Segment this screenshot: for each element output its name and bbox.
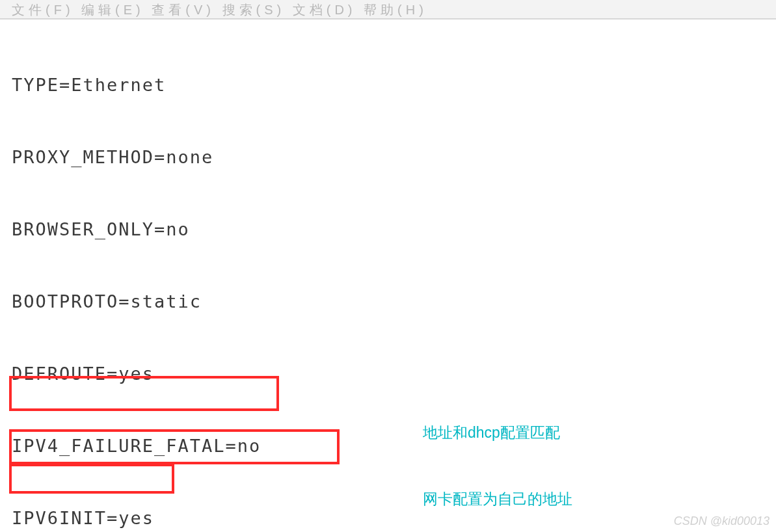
config-line: PROXY_METHOD=none [12, 145, 776, 169]
config-line: BOOTPROTO=static [12, 289, 776, 313]
config-line: DEFROUTE=yes [12, 362, 776, 386]
annotation-callout: 地址和dhcp配置匹配 网卡配置为自己的地址 将dns注释掉 [423, 377, 572, 532]
editor-viewport[interactable]: TYPE=Ethernet PROXY_METHOD=none BROWSER_… [0, 20, 776, 532]
annotation-line: 地址和dhcp配置匹配 [423, 421, 572, 444]
config-line: TYPE=Ethernet [12, 73, 776, 97]
config-line: IPV4_FAILURE_FATAL=no [12, 434, 776, 458]
watermark: CSDN @kid00013 [674, 514, 769, 528]
config-line: IPV6INIT=yes [12, 506, 776, 530]
menubar[interactable]: 文件(F) 编辑(E) 查看(V) 搜索(S) 文档(D) 帮助(H) [0, 0, 776, 20]
config-line: BROWSER_ONLY=no [12, 217, 776, 241]
annotation-line: 网卡配置为自己的地址 [423, 488, 572, 510]
